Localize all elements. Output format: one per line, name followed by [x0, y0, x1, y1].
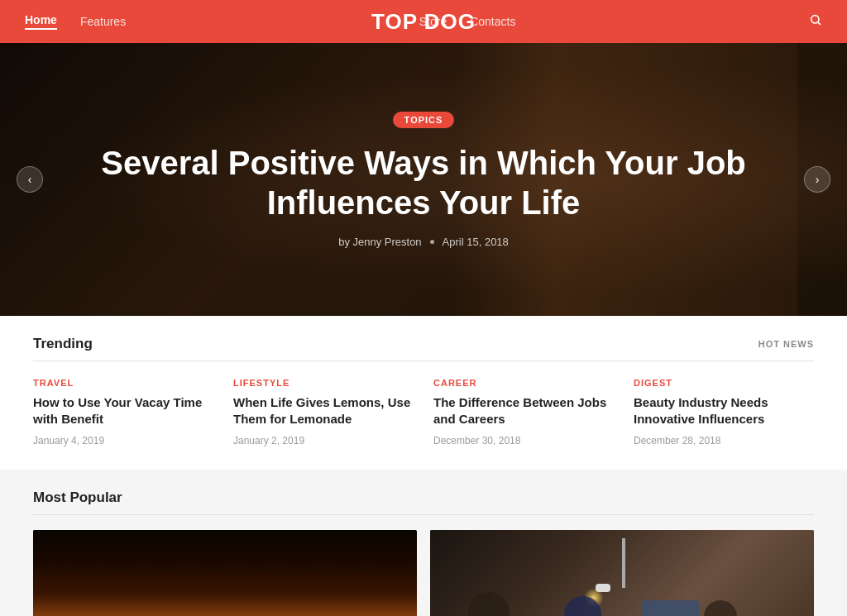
trending-card-3[interactable]: CAREER The Difference Between Jobs and C… — [433, 378, 614, 446]
trending-card-2[interactable]: LIFESTYLE When Life Gives Lemons, Use Th… — [233, 378, 414, 446]
hero-tag: TOPICS — [393, 112, 455, 128]
hero-title: Several Positive Ways in Which Your Job … — [99, 143, 748, 222]
lamp-pole — [622, 538, 625, 588]
hero-date: April 15, 2018 — [443, 236, 509, 248]
svg-point-0 — [811, 16, 819, 23]
trending-grid: TRAVEL How to Use Your Vacay Time with B… — [33, 378, 814, 446]
trending-section: Trending HOT NEWS TRAVEL How to Use Your… — [0, 316, 847, 470]
main-nav: Home Features — [25, 13, 126, 30]
popular-image-city — [33, 530, 417, 617]
nav-home[interactable]: Home — [25, 13, 57, 30]
header-right — [809, 13, 822, 30]
card-title: Beauty Industry Needs Innovative Influen… — [634, 394, 814, 428]
trending-card-4[interactable]: DIGEST Beauty Industry Needs Innovative … — [634, 378, 814, 446]
popular-title: Most Popular — [33, 489, 122, 506]
hero-next-button[interactable]: › — [804, 166, 830, 193]
svg-line-1 — [818, 22, 821, 25]
nav-features[interactable]: Features — [80, 15, 126, 28]
popular-section: Most Popular — [0, 470, 847, 617]
hero-prev-button[interactable]: ‹ — [17, 166, 43, 193]
hero-content: TOPICS Several Positive Ways in Which Yo… — [0, 112, 847, 248]
hero-meta-dot — [430, 240, 434, 244]
hot-news-label: HOT NEWS — [758, 339, 814, 349]
card-date: January 4, 2019 — [33, 435, 213, 446]
popular-header: Most Popular — [33, 489, 814, 515]
card-category: LIFESTYLE — [233, 378, 414, 388]
trending-card-1[interactable]: TRAVEL How to Use Your Vacay Time with B… — [33, 378, 213, 446]
popular-card-1[interactable] — [33, 530, 417, 617]
card-date: January 2, 2019 — [233, 435, 414, 446]
card-title: When Life Gives Lemons, Use Them for Lem… — [233, 394, 414, 428]
popular-grid — [33, 530, 814, 617]
card-category: DIGEST — [634, 378, 814, 388]
header: Home Features TOP DOG Store Contacts — [0, 0, 847, 43]
city-lights-overlay — [33, 530, 417, 617]
card-date: December 30, 2018 — [433, 435, 614, 446]
monitor — [641, 600, 699, 617]
search-icon[interactable] — [809, 13, 822, 30]
popular-image-office — [430, 530, 814, 617]
nav-contacts[interactable]: Contacts — [470, 15, 515, 28]
card-title: The Difference Between Jobs and Careers — [433, 394, 614, 428]
card-title: How to Use Your Vacay Time with Benefit — [33, 394, 213, 428]
trending-title: Trending — [33, 336, 93, 352]
hero-section: ‹ TOPICS Several Positive Ways in Which … — [0, 43, 847, 316]
card-date: December 28, 2018 — [634, 435, 814, 446]
trending-header: Trending HOT NEWS — [33, 336, 814, 361]
card-category: CAREER — [433, 378, 614, 388]
city-bg — [33, 530, 417, 617]
hero-meta: by Jenny Preston April 15, 2018 — [99, 236, 748, 248]
popular-card-2[interactable] — [430, 530, 814, 617]
site-logo: TOP DOG — [371, 9, 476, 35]
card-category: TRAVEL — [33, 378, 213, 388]
hero-author: by Jenny Preston — [338, 236, 421, 248]
